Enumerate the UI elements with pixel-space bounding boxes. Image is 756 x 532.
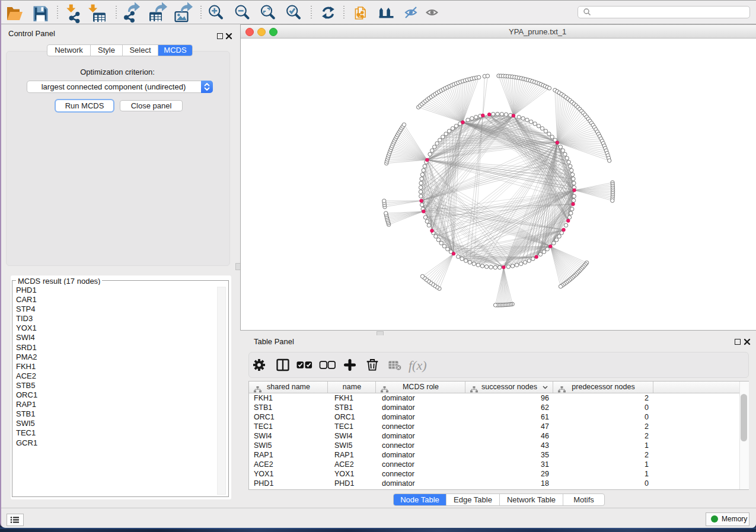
svg-text:f(x): f(x) (409, 358, 427, 373)
